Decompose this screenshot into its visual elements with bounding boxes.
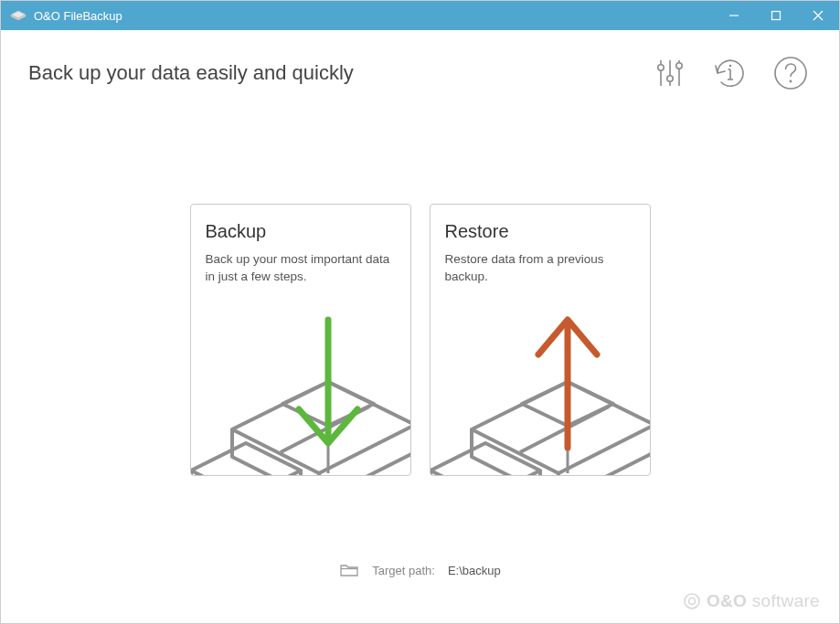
svg-point-9 [676,63,682,69]
brand-logo-icon [683,592,701,610]
svg-point-23 [685,594,699,608]
titlebar: O&O FileBackup [1,1,839,30]
app-icon [10,9,27,22]
settings-icon[interactable] [649,52,691,94]
target-path-label: Target path: [372,564,435,577]
backup-graphic [191,311,410,475]
target-path-row: Target path: E:\backup [0,562,840,578]
target-path-value[interactable]: E:\backup [448,564,501,577]
header-icons [649,52,812,94]
minimize-button[interactable] [713,1,755,30]
help-icon[interactable] [770,52,812,94]
window-title: O&O FileBackup [34,9,122,23]
brand-company: O&O [707,591,747,610]
restore-graphic [431,311,650,475]
svg-point-24 [689,598,696,605]
brand-product: software [752,591,820,610]
svg-point-14 [775,58,806,89]
svg-point-7 [658,65,664,70]
svg-point-8 [667,76,673,81]
restore-title: Restore [445,221,635,242]
header: Back up your data easily and quickly [1,30,839,103]
backup-card[interactable]: Backup Back up your most important data … [190,204,411,476]
restore-card[interactable]: Restore Restore data from a previous bac… [430,204,651,476]
brand-watermark: O&O software [683,591,820,611]
folder-icon [339,562,359,578]
backup-title: Backup [206,221,396,242]
cards-container: Backup Back up your most important data … [1,204,839,476]
svg-point-15 [790,80,792,83]
restore-desc: Restore data from a previous backup. [445,251,635,286]
svg-rect-1 [772,12,781,20]
window-controls [713,1,839,30]
page-title: Back up your data easily and quickly [28,61,354,85]
backup-desc: Back up your most important data in just… [206,251,396,286]
maximize-button[interactable] [755,1,797,30]
svg-point-10 [729,65,732,68]
close-button[interactable] [797,1,839,30]
update-info-icon[interactable] [709,52,751,94]
